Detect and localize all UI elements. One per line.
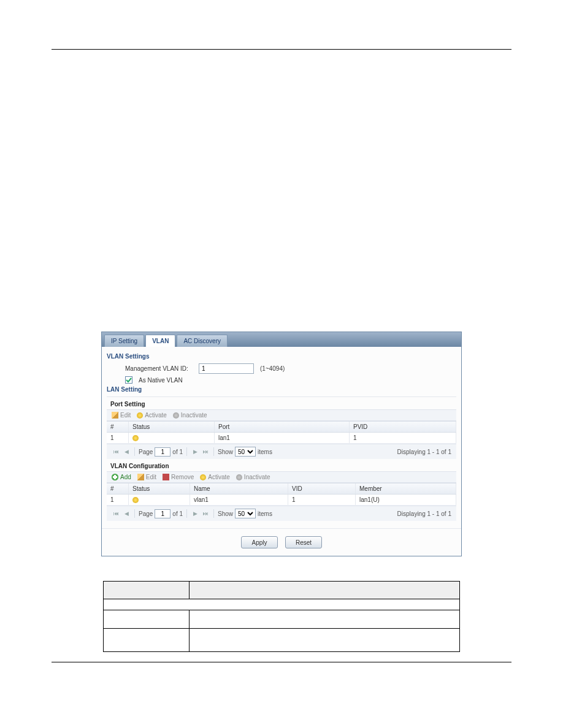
pager-first-icon[interactable]: ⏮: [112, 447, 120, 456]
col-pvid[interactable]: PVID: [350, 422, 456, 432]
plus-icon: [112, 474, 118, 480]
btn-edit-vlan[interactable]: Edit: [137, 474, 156, 480]
grid-vlan-config: # Status Name VID Member 1 vlan1 1 lan1(…: [107, 483, 456, 506]
pager-items-label: items: [258, 449, 272, 455]
pager-display-label: Displaying 1 - 1 of 1: [397, 510, 451, 517]
btn-inactivate-vlan[interactable]: Inactivate: [236, 474, 270, 480]
cell-vid: 1: [288, 495, 356, 505]
tab-vlan[interactable]: VLAN: [145, 335, 175, 347]
cell-status: [129, 433, 215, 443]
col-idx[interactable]: #: [107, 422, 129, 432]
tab-bar: IP Setting VLAN AC Discovery: [102, 332, 461, 347]
cell-name: vlan1: [190, 495, 288, 505]
checkbox-native-vlan[interactable]: [125, 376, 132, 384]
pager-next-icon[interactable]: ▶: [191, 509, 199, 518]
row-native-vlan: As Native VLAN: [107, 376, 456, 384]
status-active-icon: [132, 497, 139, 503]
grid-port-setting: # Status Port PVID 1 lan1 1: [107, 421, 456, 444]
reset-button[interactable]: Reset: [285, 536, 322, 548]
col-vid[interactable]: VID: [288, 483, 356, 494]
toolbar-vlan: Add Edit Remove Activate Inactivate: [107, 471, 456, 483]
grid-port-header: # Status Port PVID: [107, 422, 456, 433]
col-idx[interactable]: #: [107, 483, 129, 494]
pager-show-label: Show: [218, 510, 233, 517]
btn-inactivate-port[interactable]: Inactivate: [173, 412, 207, 419]
cell-status: [129, 495, 190, 505]
pager-first-icon[interactable]: ⏮: [112, 509, 120, 518]
panel-vlan: VLAN Settings Management VLAN ID: (1~409…: [102, 347, 461, 528]
col-name[interactable]: Name: [190, 483, 288, 494]
divider: [107, 396, 456, 397]
button-bar: Apply Reset: [102, 528, 461, 556]
btn-edit-port[interactable]: Edit: [112, 412, 131, 419]
pager-show-label: Show: [218, 449, 233, 455]
col-status[interactable]: Status: [129, 422, 215, 432]
pager-page-label: Page: [139, 510, 153, 517]
pager-vlan: ⏮ ◀ Page of 1 ▶ ⏭ Show 50 items Displayi…: [107, 506, 456, 521]
bulb-icon: [137, 412, 143, 419]
cell-member: lan1(U): [356, 495, 456, 505]
table-row[interactable]: 1 vlan1 1 lan1(U): [107, 495, 456, 506]
btn-activate-port[interactable]: Activate: [137, 412, 167, 419]
btn-add-vlan[interactable]: Add: [112, 474, 131, 480]
pager-show-select[interactable]: 50: [235, 447, 256, 457]
btn-activate-vlan[interactable]: Activate: [200, 474, 230, 480]
pager-prev-icon[interactable]: ◀: [122, 447, 131, 456]
pager-of-label: of 1: [172, 510, 183, 517]
pager-last-icon[interactable]: ⏭: [201, 509, 210, 518]
col-port[interactable]: Port: [215, 422, 350, 432]
pager-page-input[interactable]: [155, 509, 170, 518]
pager-of-label: of 1: [172, 449, 183, 455]
pager-last-icon[interactable]: ⏭: [201, 447, 210, 456]
section-lan-setting: LAN Setting: [107, 386, 456, 393]
grid-vlan-header: # Status Name VID Member: [107, 483, 456, 495]
toolbar-port: Edit Activate Inactivate: [107, 409, 456, 421]
tab-ac-discovery[interactable]: AC Discovery: [177, 335, 228, 347]
bulb-icon: [200, 474, 206, 480]
bulb-off-icon: [173, 412, 179, 419]
pager-display-label: Displaying 1 - 1 of 1: [397, 449, 451, 455]
title-port-setting: Port Setting: [110, 401, 456, 408]
col-member[interactable]: Member: [356, 483, 456, 494]
label-native-vlan: As Native VLAN: [139, 377, 183, 384]
col-status[interactable]: Status: [129, 483, 190, 494]
cell-idx: 1: [107, 433, 129, 443]
hint-mgmt-vlan: (1~4094): [260, 365, 285, 372]
table-row[interactable]: 1 lan1 1: [107, 433, 456, 444]
title-vlan-config: VLAN Configuration: [110, 463, 456, 469]
tab-ip-setting[interactable]: IP Setting: [104, 335, 144, 347]
bulb-off-icon: [236, 474, 242, 480]
input-mgmt-vlan-id[interactable]: [199, 363, 254, 374]
footer-table: [103, 581, 460, 652]
page-rule-bottom: [52, 662, 511, 662]
apply-button[interactable]: Apply: [241, 536, 278, 548]
pager-prev-icon[interactable]: ◀: [122, 509, 131, 518]
status-active-icon: [132, 435, 139, 441]
vlan-config-window: IP Setting VLAN AC Discovery VLAN Settin…: [101, 332, 462, 556]
edit-icon: [137, 474, 144, 480]
cell-pvid: 1: [350, 433, 456, 443]
section-vlan-settings: VLAN Settings: [107, 353, 456, 360]
pager-page-input[interactable]: [155, 447, 170, 457]
edit-icon: [112, 412, 118, 419]
pager-next-icon[interactable]: ▶: [191, 447, 199, 456]
trash-icon: [163, 474, 169, 480]
pager-page-label: Page: [139, 449, 153, 455]
cell-port: lan1: [215, 433, 350, 443]
row-mgmt-vlan: Management VLAN ID: (1~4094): [107, 363, 456, 374]
btn-remove-vlan[interactable]: Remove: [163, 474, 194, 480]
cell-idx: 1: [107, 495, 129, 505]
pager-items-label: items: [258, 510, 272, 517]
label-mgmt-vlan: Management VLAN ID:: [107, 365, 193, 372]
pager-show-select[interactable]: 50: [235, 509, 256, 518]
pager-port: ⏮ ◀ Page of 1 ▶ ⏭ Show 50 items Displayi…: [107, 444, 456, 459]
page-rule-top: [52, 49, 511, 50]
